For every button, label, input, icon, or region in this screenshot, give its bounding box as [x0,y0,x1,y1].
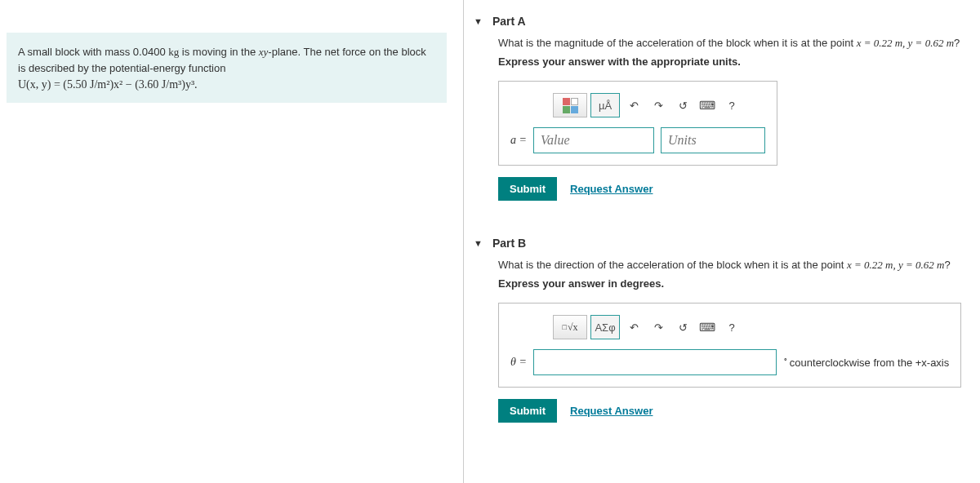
part-b-var-label: θ = [510,356,527,369]
part-a-header[interactable]: ▼ Part A [474,0,980,36]
help-icon[interactable]: ? [721,94,742,117]
units-input[interactable] [661,127,765,153]
part-a-body: What is the magnitude of the acceleratio… [474,36,980,201]
help-icon[interactable]: ? [721,316,742,339]
keyboard-icon[interactable] [697,94,718,117]
part-a-instruction: Express your answer with the appropriate… [498,55,972,68]
part-b-title: Part B [492,237,526,250]
templates-icon[interactable] [553,93,587,117]
part-a-toolbar: µÅ ↶ ↷ ↺ ? [553,93,765,117]
xy-plane: xy [259,46,269,58]
part-a-submit-button[interactable]: Submit [498,177,557,201]
part-b-submit-button[interactable]: Submit [498,399,557,423]
greek-tool-button[interactable]: ΑΣφ [590,315,620,339]
part-a-answer-box: µÅ ↶ ↷ ↺ ? a = [498,81,777,166]
potential-formula: U(x, y) = (5.50 J/m²)x² − (3.60 J/m³)y³. [18,78,198,91]
part-a-title: Part A [492,15,526,28]
problem-text-2: is moving in the [179,46,259,58]
part-a-request-answer-link[interactable]: Request Answer [570,183,653,195]
part-b-body: What is the direction of the acceleratio… [474,258,980,423]
part-b-toolbar: □√x ΑΣφ ↶ ↷ ↺ ? [553,315,949,339]
undo-icon[interactable]: ↶ [623,94,644,117]
redo-icon[interactable]: ↷ [648,94,669,117]
part-b-units-suffix: ∘counterclockwise from the +x-axis [783,356,949,369]
part-b-request-answer-link[interactable]: Request Answer [570,405,653,417]
part-b-answer-box: □√x ΑΣφ ↶ ↷ ↺ ? θ = ∘counterclockwise fr… [498,303,961,388]
reset-icon[interactable]: ↺ [672,316,693,339]
undo-icon[interactable]: ↶ [623,316,644,339]
part-a-var-label: a = [510,134,527,147]
problem-text-1: A small block with mass 0.0400 [18,46,168,58]
problem-statement: A small block with mass 0.0400 kg is mov… [7,33,447,103]
collapse-icon: ▼ [474,238,483,248]
reset-icon[interactable]: ↺ [672,94,693,117]
collapse-icon: ▼ [474,16,483,26]
keyboard-icon[interactable] [697,316,718,339]
redo-icon[interactable]: ↷ [648,316,669,339]
part-a-question: What is the magnitude of the acceleratio… [498,36,972,51]
part-b-header[interactable]: ▼ Part B [474,222,980,258]
part-b-question: What is the direction of the acceleratio… [498,258,972,273]
units-tool-button[interactable]: µÅ [590,93,620,117]
theta-input[interactable] [533,349,777,375]
column-divider [463,0,464,483]
value-input[interactable] [533,127,654,153]
math-templates-icon[interactable]: □√x [553,315,587,339]
part-b-instruction: Express your answer in degrees. [498,277,972,290]
unit-kg: kg [168,46,179,58]
